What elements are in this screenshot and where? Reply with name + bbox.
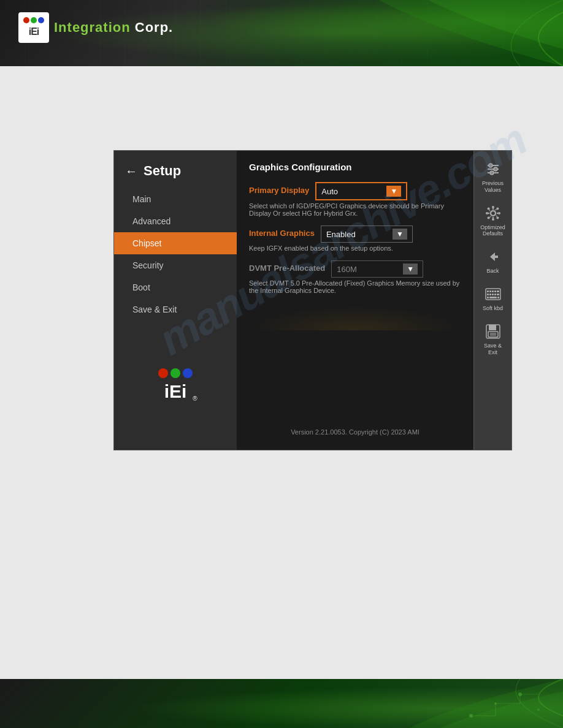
sidebar-item-chipset[interactable]: Chipset xyxy=(114,232,237,254)
sidebar-header: ← Setup xyxy=(114,151,237,188)
svg-point-14 xyxy=(494,167,497,171)
svg-point-21 xyxy=(498,212,500,214)
internal-graphics-value: Enabled xyxy=(326,230,356,239)
svg-point-1 xyxy=(23,17,29,23)
svg-point-3 xyxy=(38,17,44,23)
header-decoration xyxy=(256,0,563,66)
primary-display-label: Primary Display xyxy=(249,186,309,195)
svg-rect-29 xyxy=(487,290,489,292)
gear-icon xyxy=(484,205,502,222)
svg-rect-30 xyxy=(489,290,491,292)
svg-text:iEi: iEi xyxy=(164,381,187,401)
sidebar-item-security[interactable]: Security xyxy=(114,254,237,276)
primary-display-row: Primary Display Auto ▼ xyxy=(249,182,461,200)
svg-point-2 xyxy=(31,17,37,23)
soft-kbd-label: Soft kbd xyxy=(483,305,503,312)
keyboard-icon xyxy=(484,286,502,303)
internal-graphics-label: Internal Graphics xyxy=(249,229,315,238)
company-name: Integration Corp. xyxy=(54,20,173,36)
config-item-internal-graphics: Internal Graphics Enabled ▼ Keep IGFX en… xyxy=(249,226,461,252)
dvmt-arrow: ▼ xyxy=(403,264,418,275)
version-text: Version 2.21.0053. Copyright (C) 2023 AM… xyxy=(249,428,461,439)
back-label: Back xyxy=(486,268,499,275)
optimized-defaults-label: Optimized Defaults xyxy=(480,224,507,238)
sidebar-item-advanced[interactable]: Advanced xyxy=(114,210,237,232)
previous-values-button[interactable]: Previous Values xyxy=(477,157,509,197)
svg-rect-45 xyxy=(490,333,496,336)
content-title: Graphics Configuration xyxy=(249,162,461,172)
svg-point-22 xyxy=(487,207,489,210)
svg-point-49 xyxy=(537,708,540,711)
save-exit-button[interactable]: Save & Exit xyxy=(477,319,509,360)
bottom-banner xyxy=(0,679,563,728)
primary-display-dropdown[interactable]: Auto ▼ xyxy=(315,182,407,200)
svg-rect-31 xyxy=(492,290,494,292)
svg-point-19 xyxy=(492,218,494,221)
footer-decoration xyxy=(348,679,563,728)
back-arrow-icon: ← xyxy=(125,164,137,178)
primary-display-value: Auto xyxy=(321,187,338,196)
svg-rect-39 xyxy=(489,297,497,298)
logo-icon: iEi xyxy=(18,12,49,43)
config-item-dvmt: DVMT Pre-Allocated 160M ▼ Select DVMT 5.… xyxy=(249,260,461,294)
back-icon xyxy=(484,248,502,265)
dvmt-dropdown: 160M ▼ xyxy=(331,260,423,278)
optimized-defaults-button[interactable]: Optimized Defaults xyxy=(477,201,509,241)
svg-rect-36 xyxy=(492,294,494,295)
dvmt-row: DVMT Pre-Allocated 160M ▼ xyxy=(249,260,461,278)
svg-point-17 xyxy=(491,211,496,216)
svg-rect-27 xyxy=(494,256,498,258)
svg-point-25 xyxy=(496,207,499,210)
svg-point-24 xyxy=(487,216,489,219)
svg-point-13 xyxy=(489,164,492,167)
bios-container: ← Setup Main Advanced Chipset Security B… xyxy=(113,150,512,450)
internal-graphics-arrow: ▼ xyxy=(393,229,407,240)
dvmt-label: DVMT Pre-Allocated xyxy=(249,264,325,273)
config-item-primary-display: Primary Display Auto ▼ Select which of I… xyxy=(249,182,461,217)
svg-rect-34 xyxy=(487,294,489,295)
internal-graphics-desc: Keep IGFX enabled based on the setup opt… xyxy=(249,245,461,252)
primary-display-desc: Select which of IGD/PEG/PCI Graphics dev… xyxy=(249,202,461,217)
svg-point-15 xyxy=(490,171,494,175)
logo-area: iEi Integration Corp. xyxy=(18,12,173,43)
dvmt-value: 160M xyxy=(337,265,357,274)
internal-graphics-row: Internal Graphics Enabled ▼ xyxy=(249,226,461,243)
svg-rect-33 xyxy=(497,290,499,292)
sidebar: ← Setup Main Advanced Chipset Security B… xyxy=(114,151,237,450)
action-sidebar: Previous Values xyxy=(473,151,511,450)
sidebar-title: Setup xyxy=(144,163,181,179)
sidebar-item-boot[interactable]: Boot xyxy=(114,276,237,298)
svg-point-6 xyxy=(170,368,180,378)
svg-point-7 xyxy=(183,368,193,378)
sidebar-item-save-exit[interactable]: Save & Exit xyxy=(114,298,237,320)
dvmt-desc: Select DVMT 5.0 Pre-Allocated (Fixed) Gr… xyxy=(249,279,461,294)
save-icon xyxy=(484,323,502,340)
sliders-icon xyxy=(484,161,502,178)
soft-kbd-button[interactable]: Soft kbd xyxy=(477,282,509,316)
iei-logo-big: iEi ® xyxy=(151,361,200,410)
svg-point-20 xyxy=(486,212,488,214)
sidebar-item-main[interactable]: Main xyxy=(114,188,237,210)
save-exit-label: Save & Exit xyxy=(480,343,507,356)
previous-values-label: Previous Values xyxy=(480,180,507,194)
back-button[interactable]: Back xyxy=(477,245,509,278)
content-shadow xyxy=(249,306,461,330)
sidebar-logo: iEi ® xyxy=(114,320,237,450)
svg-point-5 xyxy=(158,368,168,378)
svg-rect-37 xyxy=(494,294,496,295)
sidebar-nav: Main Advanced Chipset Security Boot Save… xyxy=(114,188,237,320)
internal-graphics-dropdown[interactable]: Enabled ▼ xyxy=(321,226,413,243)
primary-display-arrow: ▼ xyxy=(386,186,401,197)
svg-point-18 xyxy=(492,206,494,208)
svg-rect-32 xyxy=(494,290,496,292)
svg-text:®: ® xyxy=(193,395,197,402)
main-content: Graphics Configuration Primary Display A… xyxy=(237,151,473,450)
top-banner: iEi Integration Corp. xyxy=(0,0,563,66)
svg-rect-41 xyxy=(497,297,499,298)
svg-rect-35 xyxy=(489,294,491,295)
svg-rect-43 xyxy=(489,325,496,330)
svg-rect-38 xyxy=(497,294,499,295)
svg-text:iEi: iEi xyxy=(29,26,39,37)
svg-rect-40 xyxy=(487,297,489,298)
svg-point-23 xyxy=(496,216,499,219)
